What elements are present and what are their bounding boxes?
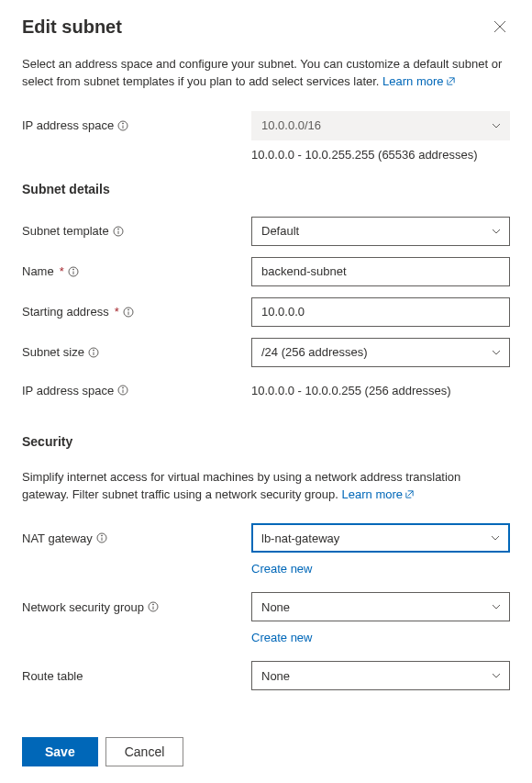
svg-point-4: [123, 123, 124, 124]
subnet-size-row: Subnet size /24 (256 addresses): [22, 338, 510, 367]
chevron-down-icon: [491, 120, 502, 131]
name-row: Name*: [22, 257, 510, 286]
name-input[interactable]: [251, 257, 510, 286]
ip-address-space-label: IP address space: [22, 118, 114, 132]
nat-gateway-row: NAT gateway lb-nat-gateway: [22, 523, 510, 553]
chevron-down-icon: [490, 532, 501, 543]
required-marker: *: [115, 305, 119, 319]
chevron-down-icon: [491, 226, 502, 237]
chevron-down-icon: [491, 347, 502, 358]
security-description: Simplify internet access for virtual mac…: [22, 469, 510, 504]
svg-point-13: [127, 309, 128, 310]
info-icon[interactable]: [68, 266, 79, 277]
external-link-icon: [405, 489, 415, 499]
close-button[interactable]: [490, 17, 510, 37]
nsg-label: Network security group: [22, 600, 144, 614]
ip-address-space-row: IP address space 10.0.0.0/16: [22, 111, 510, 140]
svg-point-19: [123, 387, 124, 388]
resulting-ip-space-row: IP address space 10.0.0.0 - 10.0.0.255 (…: [22, 384, 510, 397]
subnet-template-label: Subnet template: [22, 224, 109, 238]
starting-address-label: Starting address: [22, 305, 109, 319]
svg-point-25: [152, 604, 153, 605]
close-icon: [493, 20, 506, 33]
chevron-down-icon: [491, 601, 502, 612]
resulting-ip-space-text: 10.0.0.0 - 10.0.0.255 (256 addresses): [251, 384, 510, 397]
learn-more-link[interactable]: Learn more: [382, 74, 455, 88]
route-table-label: Route table: [22, 669, 83, 683]
page-title: Edit subnet: [22, 17, 122, 38]
info-icon[interactable]: [113, 226, 124, 237]
nsg-row: Network security group None: [22, 592, 510, 621]
nat-gateway-label: NAT gateway: [22, 531, 93, 545]
external-link-icon: [446, 76, 456, 86]
security-learn-more-link[interactable]: Learn more: [342, 487, 415, 501]
info-icon[interactable]: [123, 307, 134, 318]
subnet-template-row: Subnet template Default: [22, 217, 510, 246]
route-table-row: Route table None: [22, 661, 510, 690]
info-icon[interactable]: [117, 385, 128, 396]
subnet-size-dropdown[interactable]: /24 (256 addresses): [251, 338, 510, 367]
nsg-dropdown[interactable]: None: [251, 592, 510, 621]
info-icon[interactable]: [96, 532, 107, 543]
svg-point-22: [101, 535, 102, 536]
info-icon[interactable]: [88, 347, 99, 358]
nat-create-new-link[interactable]: Create new: [251, 558, 312, 576]
resulting-ip-space-label: IP address space: [22, 384, 114, 397]
cancel-button[interactable]: Cancel: [105, 737, 184, 766]
svg-point-16: [93, 350, 94, 351]
route-table-dropdown[interactable]: None: [251, 661, 510, 690]
security-heading: Security: [22, 434, 510, 449]
starting-address-row: Starting address*: [22, 297, 510, 327]
nat-gateway-dropdown[interactable]: lb-nat-gateway: [251, 523, 510, 553]
nsg-create-new-link[interactable]: Create new: [251, 627, 312, 644]
svg-point-7: [117, 229, 118, 229]
info-icon[interactable]: [117, 120, 128, 131]
starting-address-input[interactable]: [251, 297, 510, 327]
chevron-down-icon: [491, 670, 502, 681]
subnet-details-heading: Subnet details: [22, 182, 510, 196]
required-marker: *: [60, 264, 64, 278]
subnet-template-dropdown[interactable]: Default: [251, 217, 510, 246]
save-button[interactable]: Save: [22, 737, 98, 766]
ip-address-space-dropdown[interactable]: 10.0.0.0/16: [251, 111, 510, 140]
info-icon[interactable]: [148, 601, 159, 612]
ip-address-range-text: 10.0.0.0 - 10.0.255.255 (65536 addresses…: [251, 146, 477, 162]
name-label: Name: [22, 264, 54, 278]
intro-text: Select an address space and configure yo…: [22, 56, 510, 91]
svg-point-10: [72, 269, 73, 270]
subnet-size-label: Subnet size: [22, 345, 84, 359]
